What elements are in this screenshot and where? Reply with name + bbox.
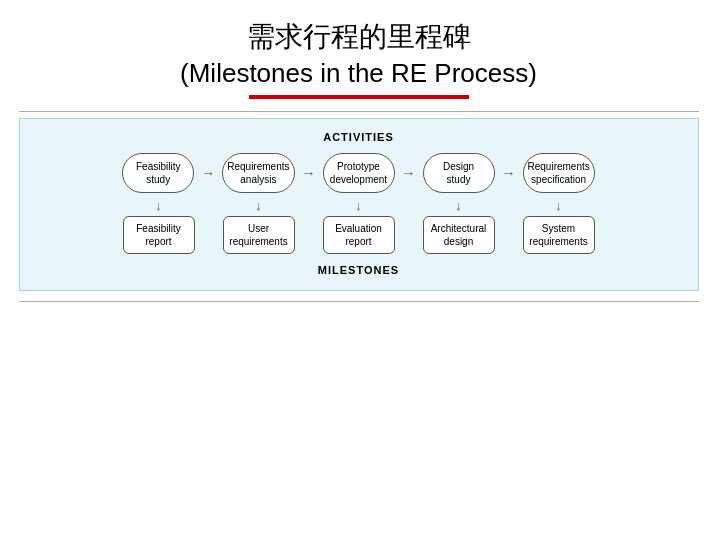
milestone-evaluation-report: Evaluation report bbox=[323, 216, 395, 254]
activity-design-study: Design study bbox=[423, 153, 495, 193]
vconn-1: ↓ bbox=[123, 197, 195, 214]
vconn-5: ↓ bbox=[523, 197, 595, 214]
down-arrow-3: ↓ bbox=[355, 199, 362, 212]
down-arrow-4: ↓ bbox=[455, 199, 462, 212]
activity-requirements-analysis: Requirements analysis bbox=[222, 153, 294, 193]
milestone-architectural-design: Architectural design bbox=[423, 216, 495, 254]
vconn-4: ↓ bbox=[423, 197, 495, 214]
title-chinese: 需求行程的里程碑 bbox=[20, 18, 697, 56]
milestone-user-requirements: User requirements bbox=[223, 216, 295, 254]
activities-row: Feasibility study → Requirements analysi… bbox=[30, 153, 688, 193]
milestone-feasibility-report: Feasibility report bbox=[123, 216, 195, 254]
down-arrow-5: ↓ bbox=[555, 199, 562, 212]
activities-label: ACTIVITIES bbox=[30, 131, 688, 143]
diagram-container: ACTIVITIES Feasibility study → Requireme… bbox=[19, 118, 699, 291]
activity-requirements-specification: Requirements specification bbox=[523, 153, 595, 193]
activity-feasibility-study: Feasibility study bbox=[122, 153, 194, 193]
arrow-2: → bbox=[295, 165, 323, 181]
vconn-2: ↓ bbox=[223, 197, 295, 214]
arrow-4: → bbox=[495, 165, 523, 181]
down-arrow-2: ↓ bbox=[255, 199, 262, 212]
milestones-row: Feasibility report → User requirements →… bbox=[30, 216, 688, 254]
arrow-3: → bbox=[395, 165, 423, 181]
down-arrow-1: ↓ bbox=[155, 199, 162, 212]
arrow-1: → bbox=[194, 165, 222, 181]
vconn-3: ↓ bbox=[323, 197, 395, 214]
title-english: (Milestones in the RE Process) bbox=[20, 58, 697, 89]
milestones-label: MILESTONES bbox=[30, 264, 688, 276]
vertical-connectors: ↓ ↓ ↓ ↓ ↓ bbox=[30, 197, 688, 214]
top-separator bbox=[19, 111, 699, 112]
red-underline bbox=[249, 95, 469, 99]
milestone-system-requirements: System requirements bbox=[523, 216, 595, 254]
bottom-separator bbox=[19, 301, 699, 302]
activity-prototype-development: Prototype development bbox=[323, 153, 395, 193]
page: 需求行程的里程碑 (Milestones in the RE Process) … bbox=[0, 0, 717, 538]
title-section: 需求行程的里程碑 (Milestones in the RE Process) bbox=[0, 0, 717, 107]
